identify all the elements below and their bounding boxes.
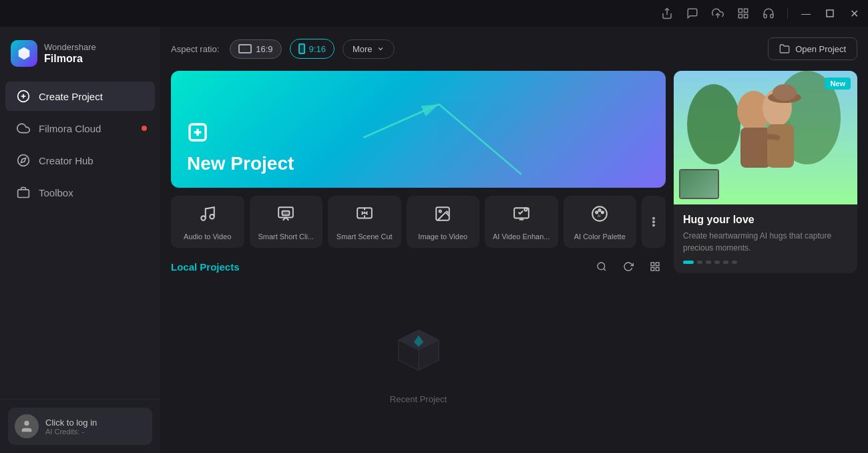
- audio-to-video-label: Audio to Video: [184, 232, 231, 241]
- ai-color-palette-label: AI Color Palette: [574, 232, 626, 241]
- svg-rect-5: [827, 10, 833, 17]
- svg-rect-2: [744, 9, 748, 12]
- cloud-upload-icon[interactable]: [711, 7, 724, 20]
- section-header: Local Projects: [171, 256, 666, 277]
- sidebar-item-filmora-cloud[interactable]: Filmora Cloud: [5, 114, 155, 143]
- minimize-button[interactable]: —: [800, 7, 812, 19]
- brand-name: Wondershare: [44, 42, 96, 53]
- section-actions: [591, 256, 666, 277]
- dot-6[interactable]: [732, 261, 737, 264]
- dot-1[interactable]: [683, 261, 694, 264]
- left-panel: New Project: [171, 71, 666, 442]
- new-project-icon: [187, 122, 294, 148]
- credits-text: AI Credits: -: [45, 428, 97, 436]
- more-label: More: [353, 44, 373, 54]
- compass-icon: [16, 154, 31, 167]
- svg-point-31: [599, 209, 601, 211]
- sidebar-item-create-project[interactable]: Create Project: [5, 82, 155, 111]
- svg-point-30: [596, 211, 598, 213]
- dot-5[interactable]: [723, 261, 728, 264]
- dot-3[interactable]: [706, 261, 711, 264]
- empty-state: Recent Project: [171, 285, 666, 442]
- action-audio-to-video[interactable]: Audio to Video: [171, 196, 244, 248]
- search-projects-button[interactable]: [591, 256, 612, 277]
- share-icon[interactable]: [660, 7, 674, 20]
- svg-rect-55: [740, 128, 771, 168]
- svg-rect-22: [282, 211, 290, 216]
- maximize-button[interactable]: [824, 7, 836, 19]
- smart-short-clip-label: Smart Short Cli...: [258, 232, 314, 241]
- svg-rect-40: [656, 263, 659, 266]
- aspect-ratio-9-16[interactable]: 9:16: [290, 39, 335, 59]
- logo-text: Wondershare Filmora: [44, 42, 96, 65]
- aspect-ratio-16-9[interactable]: 16:9: [230, 39, 281, 59]
- titlebar: — ✕: [0, 0, 868, 27]
- svg-line-18: [439, 104, 521, 174]
- logo-area: Wondershare Filmora: [0, 32, 160, 80]
- right-panel: New Hug your love Create heartwarming AI…: [674, 71, 857, 442]
- ratio-icon-9-16: [298, 43, 305, 54]
- svg-rect-56: [767, 124, 794, 168]
- empty-box-icon: [389, 323, 449, 386]
- app-body: Wondershare Filmora Create Project Filmo…: [0, 27, 868, 453]
- more-actions-button[interactable]: [642, 196, 666, 248]
- chat-icon[interactable]: [686, 7, 699, 20]
- action-ai-video-enhance[interactable]: AI Video Enhan...: [485, 196, 558, 248]
- more-button[interactable]: More: [343, 39, 395, 59]
- new-project-content: New Project: [187, 122, 294, 174]
- product-name: Filmora: [44, 52, 96, 65]
- dot-2[interactable]: [697, 261, 702, 264]
- content-grid: New Project: [171, 71, 857, 442]
- view-toggle-button[interactable]: [644, 256, 666, 277]
- open-project-label: Open Project: [795, 44, 846, 54]
- plus-circle-icon: [16, 90, 31, 103]
- svg-rect-58: [773, 84, 797, 101]
- svg-point-19: [201, 216, 206, 220]
- app-logo: [11, 40, 37, 67]
- user-card[interactable]: Click to log in AI Credits: -: [8, 408, 152, 445]
- login-text: Click to log in: [45, 418, 97, 428]
- toolbox-icon: [16, 186, 31, 199]
- svg-point-26: [439, 210, 441, 212]
- svg-rect-41: [651, 268, 654, 271]
- svg-point-12: [24, 421, 29, 426]
- action-smart-short-clip[interactable]: Smart Short Cli...: [250, 196, 323, 248]
- feature-description: Create heartwarming AI hugs that capture…: [683, 230, 848, 254]
- ai-video-enhance-icon: [513, 205, 530, 226]
- ratio-9-16-label: 9:16: [309, 44, 326, 54]
- action-smart-scene-cut[interactable]: Smart Scene Cut: [328, 196, 401, 248]
- sidebar: Wondershare Filmora Create Project Filmo…: [0, 27, 160, 453]
- svg-point-37: [598, 263, 605, 270]
- smart-scene-cut-icon: [356, 205, 373, 226]
- aspect-ratio-label: Aspect ratio:: [171, 44, 219, 54]
- quick-actions: Audio to Video Smart Short Cli...: [171, 196, 666, 248]
- svg-line-17: [363, 104, 439, 138]
- new-project-banner[interactable]: New Project: [171, 71, 666, 188]
- action-image-to-video[interactable]: Image to Video: [407, 196, 480, 248]
- sidebar-item-creator-hub[interactable]: Creator Hub: [5, 146, 155, 175]
- ai-video-enhance-label: AI Video Enhan...: [493, 232, 550, 241]
- thumbnail-inner: [680, 170, 718, 198]
- svg-point-34: [653, 218, 654, 219]
- new-project-title: New Project: [187, 153, 294, 174]
- action-ai-color-palette[interactable]: AI AI Color Palette: [564, 196, 637, 248]
- svg-rect-11: [18, 190, 29, 198]
- refresh-projects-button[interactable]: [618, 256, 639, 277]
- feature-info: Hug your love Create heartwarming AI hug…: [674, 204, 857, 273]
- thumbnail-strip: [679, 169, 719, 199]
- carousel-dots: [683, 261, 848, 264]
- create-project-label: Create Project: [39, 91, 103, 102]
- svg-rect-1: [738, 9, 742, 12]
- user-info: Click to log in AI Credits: -: [45, 418, 97, 436]
- open-project-button[interactable]: Open Project: [768, 37, 857, 60]
- grid-icon[interactable]: [736, 7, 750, 20]
- svg-point-32: [602, 211, 604, 213]
- feature-image: New: [674, 71, 857, 204]
- toolbar: Aspect ratio: 16:9 9:16 More Open: [171, 37, 857, 60]
- local-projects-section: Local Projects: [171, 256, 666, 442]
- ai-color-palette-icon: AI: [591, 205, 608, 226]
- dot-4[interactable]: [714, 261, 720, 264]
- close-button[interactable]: ✕: [848, 7, 860, 19]
- sidebar-item-toolbox[interactable]: Toolbox: [5, 178, 155, 207]
- headphone-icon[interactable]: [762, 7, 775, 20]
